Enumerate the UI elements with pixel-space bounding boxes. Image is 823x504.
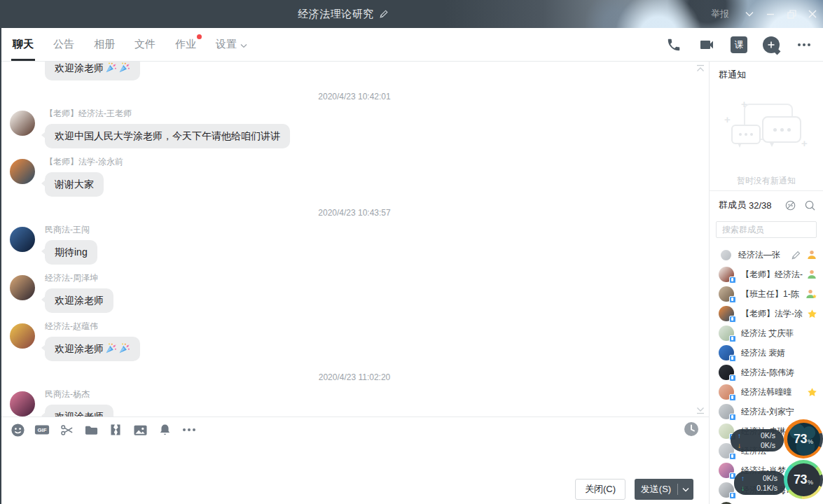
member-row[interactable]: 【老师】法学-涂 [710,304,823,323]
tab-2[interactable]: 相册 [92,28,116,61]
percent-gauge-2[interactable]: 73% [784,460,823,499]
emoji-icon[interactable] [10,422,25,438]
image-icon[interactable] [132,422,148,438]
member-name: 经济法韩曈曈 [741,386,804,398]
composer-buttons: 关闭(C) 发送(S) [0,479,709,500]
upload-speed: 0K/s [761,431,775,440]
sender-name: 【老师】经济法-王老师 [45,108,709,119]
more-actions-icon[interactable] [795,36,813,54]
close-button[interactable] [802,0,823,28]
more-tools-icon[interactable] [181,422,197,438]
message-bubble: 谢谢大家 [45,172,104,197]
video-call-icon[interactable] [698,36,716,54]
percent-sign: % [808,479,813,486]
members-title: 群成员 [719,199,746,211]
member-name: 经济法 艾庆菲 [741,328,817,340]
pencil-icon[interactable] [791,250,801,260]
upload-arrow-icon: ↑ [741,474,745,483]
tab-actions: 课 [665,28,813,62]
party-popper-emoji [118,62,130,74]
tab-1[interactable]: 公告 [52,28,76,61]
avatar[interactable] [10,111,35,136]
member-row[interactable]: 经济法-刘家宁 [710,402,823,421]
member-avatar [719,463,734,478]
group-title-wrap: 经济法理论研究 [259,0,427,28]
member-row-self[interactable]: 经济法—张 [710,245,823,265]
tab-4[interactable]: 作业 [174,28,198,61]
members-count: 32/38 [749,200,772,211]
member-name: 经济法-刘家宁 [741,406,817,418]
tab-label: 设置 [216,38,237,51]
message-bubble-partial: 欢迎涂老师 [45,62,140,80]
net-speed-widget-1[interactable]: ↑0K/s ↓0K/s 73% [731,419,823,458]
gif-icon[interactable]: GIF [34,422,50,438]
member-avatar [719,306,734,321]
close-chat-button[interactable]: 关闭(C) [575,479,625,500]
member-row[interactable]: 经济法韩曈曈 [710,382,823,402]
avatar[interactable] [10,159,35,184]
notice-empty-illustration: + + + [726,101,807,160]
percent-gauge-1[interactable]: 73% [784,419,823,458]
member-row[interactable]: 经济法 裴婧 [710,343,823,363]
member-avatar [719,345,734,360]
class-icon[interactable]: 课 [731,36,747,53]
restore-button[interactable] [781,0,802,28]
avatar[interactable] [10,227,35,252]
tab-3[interactable]: 文件 [133,28,157,61]
member-avatar [719,384,734,400]
member-row[interactable]: 【老师】经济法- [710,265,823,284]
minimize-button[interactable] [760,0,781,28]
screenshot-icon[interactable] [59,422,74,438]
person-green-star-icon [805,288,817,300]
message: 【老师】法学-涂永前谢谢大家 [0,157,709,197]
message: 【老师】经济法-王老师欢迎中国人民大学涂老师，今天下午请他给咱们讲讲 [0,108,709,148]
file-folder-icon[interactable] [83,422,99,438]
tab-5[interactable]: 设置 [214,28,249,61]
chevron-down-icon[interactable] [739,0,760,28]
message-input[interactable] [0,442,709,477]
send-button[interactable]: 发送(S) [635,479,693,500]
net-speed-pill-1[interactable]: ↑0K/s ↓0K/s [731,429,784,451]
report-link[interactable]: 举报 [711,8,729,20]
net-speed-pill-2[interactable]: ↑0K/s ↓0.1K/s [734,471,786,495]
scroll-to-bottom-icon[interactable] [695,405,706,416]
shake-window-icon[interactable] [108,422,123,438]
member-avatar [719,404,734,419]
message-bubble: 欢迎涂老师 [45,288,113,313]
member-search-input[interactable] [716,221,817,238]
member-row[interactable]: 经济法-陈伟涛 [710,363,823,382]
member-row[interactable]: 经济法 艾庆菲 [710,323,823,343]
search-icon[interactable] [803,199,816,211]
tab-label: 相册 [94,38,115,51]
member-name: 【老师】法学-涂 [741,308,804,320]
tab-0[interactable]: 聊天 [11,28,35,61]
edit-title-icon[interactable] [379,9,389,19]
message-history-icon[interactable] [684,421,699,437]
person-green-icon [806,269,817,280]
send-options-chevron-icon[interactable] [678,487,693,492]
mute-icon[interactable] [784,199,796,211]
bell-icon[interactable] [157,422,172,438]
avatar[interactable] [10,323,35,349]
member-row[interactable]: 【班主任】1-陈 [710,284,823,304]
window-controls: 举报 [711,0,823,28]
member-avatar [719,365,734,380]
avatar[interactable] [10,275,35,300]
mobile-online-badge [729,355,736,362]
net-speed-widget-2[interactable]: ↑0K/s ↓0.1K/s 73% [734,460,823,500]
chat-message-list: 欢迎涂老师2020/4/23 10:42:01【老师】经济法-王老师欢迎中国人民… [0,62,709,416]
member-name: 经济法 裴婧 [741,347,817,359]
mobile-online-badge [729,276,736,284]
send-button-label[interactable]: 发送(S) [635,483,677,496]
mobile-online-badge [729,374,736,382]
avatar[interactable] [10,391,35,416]
chevron-down-icon [240,38,247,50]
titlebar: 经济法理论研究 举报 [0,0,823,28]
member-avatar [719,482,734,498]
upload-speed: 0K/s [763,474,777,483]
voice-call-icon[interactable] [665,36,683,54]
party-popper-emoji [105,342,117,354]
scroll-to-top-icon[interactable] [695,63,706,74]
sender-name: 民商法-杨杰 [45,389,709,400]
add-bubble-icon[interactable] [762,36,780,54]
